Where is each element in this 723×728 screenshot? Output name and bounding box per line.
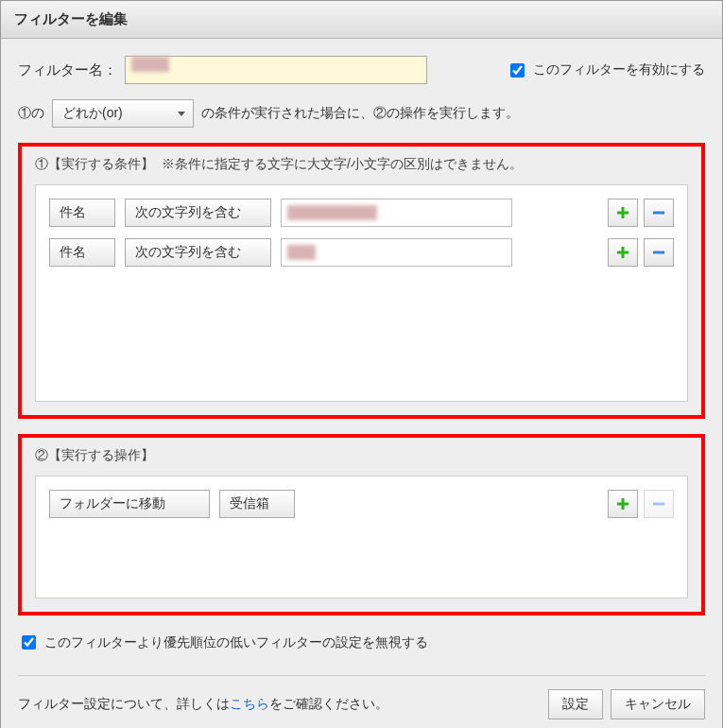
filter-name-input[interactable]	[125, 56, 427, 84]
minus-icon	[652, 206, 665, 219]
sentence-suffix: の条件が実行された場合に、②の操作を実行します。	[201, 105, 519, 122]
svg-rect-5	[653, 251, 664, 254]
remove-action-button	[644, 490, 674, 518]
priority-ignore-checkbox[interactable]	[22, 635, 36, 650]
minus-icon	[652, 246, 665, 259]
svg-rect-1	[617, 212, 628, 215]
plus-icon	[616, 246, 629, 259]
conditions-section: ①【実行する条件】 ※条件に指定する文字に大文字/小文字の区別はできません。 件…	[18, 143, 705, 419]
action-row: フォルダーに移動 受信箱	[49, 490, 674, 518]
priority-ignore-row[interactable]: このフィルターより優先順位の低いフィルターの設定を無視する	[18, 633, 705, 652]
action-select-value: フォルダーに移動	[60, 495, 165, 512]
action-select[interactable]: フォルダーに移動	[49, 490, 210, 518]
actions-rule-area: フォルダーに移動 受信箱	[35, 476, 688, 598]
svg-rect-2	[653, 212, 664, 215]
chevron-down-icon	[178, 112, 185, 116]
add-condition-button[interactable]	[608, 199, 638, 227]
condition-sentence: ①の どれか(or) の条件が実行された場合に、②の操作を実行します。	[18, 99, 705, 128]
redacted-text	[287, 205, 377, 220]
footer-text-1: フィルター設定について、詳しくは	[18, 696, 230, 711]
operator-select-value: 次の文字列を含む	[135, 204, 241, 221]
field-select[interactable]: 件名	[49, 199, 115, 227]
redacted-text	[287, 245, 316, 260]
enable-filter-row[interactable]: このフィルターを有効にする	[507, 61, 705, 80]
condition-row: 件名 次の文字列を含む	[49, 238, 674, 267]
condition-value-input[interactable]	[281, 238, 512, 267]
add-condition-button[interactable]	[608, 238, 638, 267]
field-select-value: 件名	[60, 204, 86, 221]
actions-title: ②【実行する操作】	[35, 447, 688, 464]
add-action-button[interactable]	[608, 490, 638, 518]
row-buttons	[608, 490, 674, 518]
condition-value-input[interactable]	[281, 199, 512, 227]
conditions-title-row: ①【実行する条件】 ※条件に指定する文字に大文字/小文字の区別はできません。	[35, 156, 688, 173]
action-target-value: 受信箱	[230, 495, 269, 512]
remove-condition-button[interactable]	[644, 238, 674, 267]
match-mode-value: どれか(or)	[62, 105, 123, 122]
footer-text-2: をご確認ください。	[269, 696, 388, 711]
enable-filter-label: このフィルターを有効にする	[533, 61, 705, 78]
svg-rect-7	[617, 503, 628, 506]
ok-button[interactable]: 設定	[548, 689, 603, 719]
sentence-prefix: ①の	[18, 105, 44, 122]
dialog-title: フィルターを編集	[1, 1, 722, 39]
redacted-text	[131, 57, 169, 72]
plus-icon	[616, 206, 629, 219]
footer-text: フィルター設定について、詳しくはこちらをご確認ください。	[18, 696, 388, 713]
operator-select[interactable]: 次の文字列を含む	[125, 199, 271, 227]
enable-filter-checkbox[interactable]	[510, 63, 525, 78]
row-buttons	[608, 199, 674, 227]
condition-row: 件名 次の文字列を含む	[49, 199, 674, 227]
operator-select[interactable]: 次の文字列を含む	[125, 238, 271, 267]
field-select-value: 件名	[60, 244, 86, 261]
plus-icon	[616, 497, 629, 511]
dialog-body: フィルター名： このフィルターを有効にする ①の どれか(or) の条件が実行さ…	[1, 39, 722, 728]
footer-buttons: 設定 キャンセル	[548, 689, 705, 719]
svg-rect-8	[653, 503, 664, 506]
field-select[interactable]: 件名	[49, 238, 115, 267]
action-target-select[interactable]: 受信箱	[219, 490, 295, 518]
row-buttons	[608, 238, 674, 267]
conditions-rule-area: 件名 次の文字列を含む	[35, 184, 688, 402]
remove-condition-button[interactable]	[644, 199, 674, 227]
svg-rect-4	[617, 251, 628, 254]
filter-name-row: フィルター名： このフィルターを有効にする	[18, 56, 705, 84]
conditions-title: ①【実行する条件】	[35, 156, 154, 171]
cancel-button[interactable]: キャンセル	[611, 689, 705, 719]
match-mode-select[interactable]: どれか(or)	[52, 99, 194, 128]
actions-section: ②【実行する操作】 フォルダーに移動 受信箱	[18, 434, 705, 615]
conditions-note: ※条件に指定する文字に大文字/小文字の区別はできません。	[162, 156, 523, 171]
filter-edit-dialog: フィルターを編集 フィルター名： このフィルターを有効にする ①の どれか(or…	[0, 0, 723, 728]
dialog-footer: フィルター設定について、詳しくはこちらをご確認ください。 設定 キャンセル	[18, 675, 705, 719]
operator-select-value: 次の文字列を含む	[135, 244, 241, 261]
filter-name-label: フィルター名：	[18, 61, 117, 79]
priority-ignore-label: このフィルターより優先順位の低いフィルターの設定を無視する	[44, 634, 428, 651]
minus-icon	[652, 497, 665, 511]
help-link[interactable]: こちら	[230, 696, 269, 711]
